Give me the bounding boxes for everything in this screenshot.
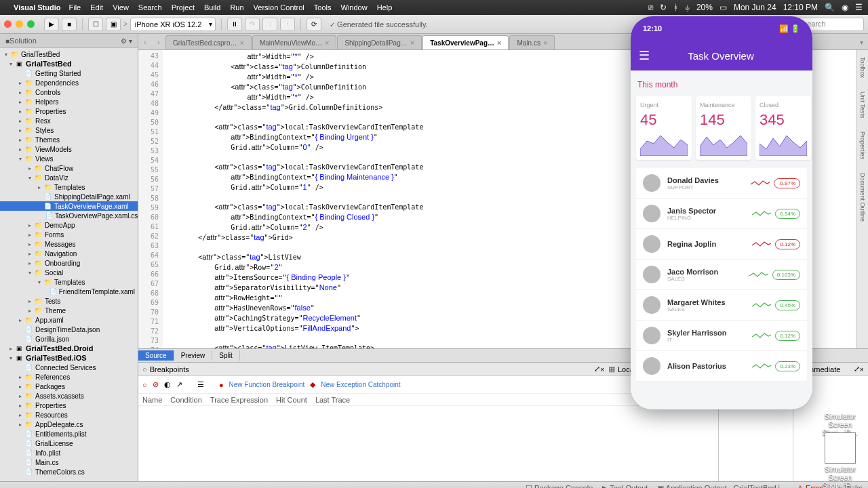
tree-item[interactable]: ▸📁Forms — [0, 230, 138, 239]
app-output-pad[interactable]: ▣ Application Output - GrialTestBed.i… — [657, 484, 787, 488]
close-window-button[interactable] — [4, 20, 12, 28]
bp-props-icon[interactable]: ☰ — [197, 380, 204, 389]
run-button[interactable]: ▶ — [44, 18, 59, 31]
tree-item[interactable]: ▸📁Themes — [0, 135, 138, 144]
editor-tab[interactable]: MainMenuViewMo…× — [252, 35, 337, 49]
doc-outline-tab[interactable]: Document Outline — [859, 173, 866, 222]
menu-run[interactable]: Run — [230, 3, 243, 12]
menu-project[interactable]: Project — [172, 3, 195, 12]
tree-item[interactable]: ▸📁Packages — [0, 382, 138, 391]
sim-person-row[interactable]: Margaret WhitesSALES0.45% — [636, 290, 807, 321]
maximize-window-button[interactable] — [27, 20, 35, 28]
toolbox-tab[interactable]: Toolbox — [859, 57, 866, 78]
sim-person-row[interactable]: Donald DaviesSUPPORT-0.87% — [636, 168, 807, 199]
menu-vc[interactable]: Version Control — [254, 3, 304, 12]
tab-nav-fwd[interactable]: › — [152, 35, 165, 49]
menu-view[interactable]: View — [113, 3, 129, 12]
menu-file[interactable]: File — [68, 3, 81, 12]
sim-person-row[interactable]: Regina Joplin0.12% — [636, 229, 807, 260]
pin-icon[interactable]: ⤢ — [594, 365, 600, 373]
tree-item[interactable]: ▾▣GrialTestBed.iOS — [0, 353, 138, 363]
target-device-dropdown[interactable]: iPhone XR iOS 12.2 — [130, 18, 216, 31]
tree-item[interactable]: ▸📁Properties — [0, 106, 138, 116]
editor-tab[interactable]: TaskOverviewPag…× — [422, 35, 509, 49]
tree-item[interactable]: 📄DesignTimeData.json — [0, 325, 138, 334]
step-in-button[interactable]: ↓ — [262, 18, 277, 31]
menu-build[interactable]: Build — [204, 3, 220, 12]
bp-del-icon[interactable]: ⊘ — [153, 380, 159, 389]
bluetooth-icon[interactable]: ᚼ — [673, 3, 678, 12]
spotlight-icon[interactable]: 🔍 — [825, 3, 835, 12]
sim-card[interactable]: Urgent45 — [636, 96, 692, 160]
wifi-icon[interactable]: ⏚ — [685, 3, 690, 12]
bp-new-icon[interactable]: ○ — [142, 381, 147, 389]
tree-item[interactable]: ▸📁Helpers — [0, 97, 138, 106]
tree-item[interactable]: ▸📁Controls — [0, 87, 138, 97]
tree-item[interactable]: ▸📁App.xaml — [0, 315, 138, 325]
menu-edit[interactable]: Edit — [90, 3, 103, 12]
sim-person-row[interactable]: Skyler HarrissonIT0.12% — [636, 321, 807, 351]
tree-item[interactable]: 📄ShippingDetailPage.xaml — [0, 192, 138, 201]
tree-item[interactable]: ▸📁DemoApp — [0, 220, 138, 230]
properties-tab[interactable]: Properties — [859, 131, 866, 159]
editor-tab[interactable]: ShippingDetailPag…× — [337, 35, 422, 49]
tree-item[interactable]: 📄Entitlements.plist — [0, 429, 138, 439]
sim-person-row[interactable]: Janis SpectorHELPING6.54% — [636, 199, 807, 229]
tree-item[interactable]: 📄Info.plist — [0, 448, 138, 458]
tree-item[interactable]: ▾▣GrialTestBed — [0, 59, 138, 68]
tree-item[interactable]: 📄Getting Started — [0, 68, 138, 78]
tree-item[interactable]: ▾📁Social — [0, 268, 138, 277]
split-tab[interactable]: Split — [212, 350, 239, 361]
tree-item[interactable]: ▸📁AppDelegate.cs — [0, 420, 138, 429]
minimize-window-button[interactable] — [16, 20, 23, 28]
bp-goto-icon[interactable]: ↗ — [176, 380, 182, 389]
tree-item[interactable]: ▸📁ChatFlow — [0, 163, 138, 173]
battery-icon[interactable]: ▭ — [719, 3, 727, 12]
editor-tab[interactable]: GrialTestBed.cspro…× — [165, 35, 252, 49]
desktop-file-2[interactable]: Simulator ScreenShot - iP…3.23.png — [816, 432, 864, 488]
sim-people-list[interactable]: Donald DaviesSUPPORT-0.87%Janis SpectorH… — [636, 168, 807, 382]
tree-item[interactable]: ▸📁Dependencies — [0, 78, 138, 87]
menu-window[interactable]: Window — [341, 3, 368, 12]
tree-item[interactable]: ▸📁References — [0, 372, 138, 382]
source-tab[interactable]: Source — [138, 350, 174, 361]
sim-card[interactable]: Closed345 — [755, 96, 811, 160]
tool-output-pad[interactable]: ▶ Tool Output — [602, 484, 648, 488]
unit-tests-tab[interactable]: Unit Tests — [859, 92, 866, 118]
sim-person-row[interactable]: Alison Pastorius0.23% — [636, 351, 807, 382]
step-over-button[interactable]: ↷ — [245, 18, 260, 31]
app-name[interactable]: Visual Studio — [14, 3, 60, 12]
config-button[interactable]: ☐ — [88, 18, 103, 31]
new-exc-catchpoint[interactable]: New Exception Catchpoint — [321, 381, 400, 388]
tree-item[interactable]: 📄TaskOverviewPage.xaml — [0, 201, 138, 211]
tree-item[interactable]: 📄Main.cs — [0, 458, 138, 467]
tree-item[interactable]: 📄Connected Services — [0, 363, 138, 372]
pause-button[interactable]: ⏸ — [227, 18, 242, 31]
menu-search[interactable]: Search — [138, 3, 162, 12]
tree-item[interactable]: ▾📁Views — [0, 154, 138, 163]
notification-icon[interactable]: ☰ — [855, 3, 863, 12]
close-pad-icon[interactable]: × — [600, 365, 604, 373]
tree-item[interactable]: ▾📁Templates — [0, 277, 138, 287]
screenshare-icon[interactable]: ⎚ — [648, 3, 653, 12]
tree-item[interactable]: 📄ThemeColors.cs — [0, 467, 138, 476]
preview-tab[interactable]: Preview — [174, 350, 213, 361]
refresh-button[interactable]: ⟳ — [307, 18, 321, 31]
tree-item[interactable]: ▸📁Navigation — [0, 249, 138, 258]
tree-item[interactable]: ▾📁DataViz — [0, 173, 138, 182]
menu-tools[interactable]: Tools — [314, 3, 332, 12]
tree-item[interactable]: ▸📁Templates — [0, 182, 138, 192]
tree-item[interactable]: ▸📁Resources — [0, 410, 138, 420]
tree-item[interactable]: 📄GrialLicense — [0, 439, 138, 448]
tree-item[interactable]: 📄Gorilla.json — [0, 334, 138, 344]
tree-item[interactable]: ▾📁GrialTestBed — [0, 49, 138, 59]
hamburger-icon[interactable]: ☰ — [639, 48, 650, 63]
sim-person-row[interactable]: Jaco MorrisonSALES0.103% — [636, 260, 807, 290]
tree-item[interactable]: ▸📁Tests — [0, 296, 138, 306]
step-out-button[interactable]: ↑ — [280, 18, 295, 31]
tree-item[interactable]: 📄FriendItemTemplate.xaml — [0, 287, 138, 296]
config-button-2[interactable]: ▣ — [106, 18, 121, 31]
sync-icon[interactable]: ↻ — [660, 3, 667, 12]
stop-button[interactable]: ■ — [62, 18, 77, 31]
tree-item[interactable]: 📄TaskOverviewPage.xaml.cs — [0, 211, 138, 220]
